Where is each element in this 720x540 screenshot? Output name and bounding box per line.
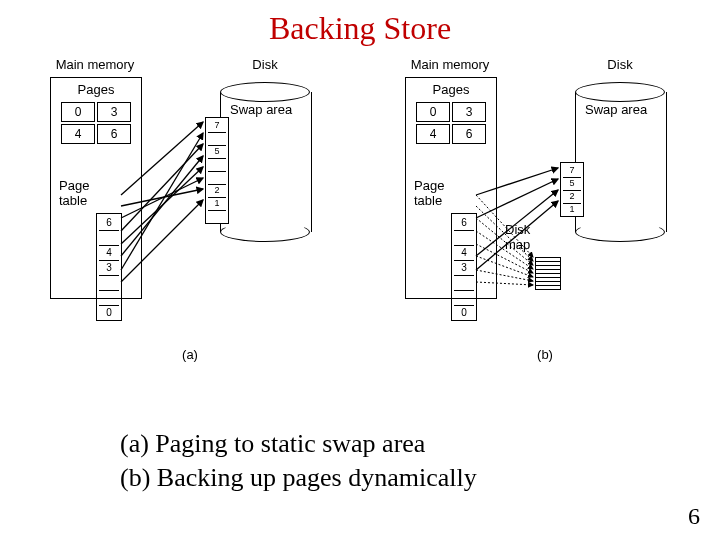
- pages-grid-b: 03 46: [414, 100, 488, 146]
- label-disk-b: Disk: [607, 57, 632, 72]
- sublabel-a: (a): [182, 347, 198, 362]
- main-memory-box: Pages 03 46 Page table 6 4 3 0: [50, 77, 142, 299]
- label-pages: Pages: [78, 82, 115, 97]
- page-table-b: 6 4 3 0: [451, 213, 477, 321]
- swap-table-b: 7 5 2 1: [560, 162, 584, 217]
- captions: (a) Paging to static swap area (b) Backi…: [120, 427, 720, 495]
- label-swap-area-a: Swap area: [230, 102, 292, 117]
- caption-a: (a) Paging to static swap area: [120, 427, 720, 461]
- panel-b: Main memory Disk Pages 03 46 Page table …: [375, 57, 715, 357]
- page-number: 6: [688, 503, 700, 530]
- label-pages-b: Pages: [433, 82, 470, 97]
- disk-map: [535, 257, 561, 290]
- main-memory-box-b: Pages 03 46 Page table 6 4 3 0: [405, 77, 497, 299]
- figure-area: Main memory Disk Pages 03 46 Page table …: [10, 57, 710, 357]
- label-page-table-b: Page table: [414, 178, 444, 208]
- caption-b: (b) Backing up pages dynamically: [120, 461, 720, 495]
- sublabel-b: (b): [537, 347, 553, 362]
- label-disk: Disk: [252, 57, 277, 72]
- slide-title: Backing Store: [0, 10, 720, 47]
- swap-table-a: 7 5 2 1: [205, 117, 229, 224]
- label-page-table: Page table: [59, 178, 89, 208]
- pages-grid: 03 46: [59, 100, 133, 146]
- label-main-memory: Main memory: [56, 57, 135, 72]
- page-table-a: 6 4 3 0: [96, 213, 122, 321]
- label-swap-area-b: Swap area: [585, 102, 647, 117]
- panel-a: Main memory Disk Pages 03 46 Page table …: [20, 57, 360, 357]
- label-main-memory-b: Main memory: [411, 57, 490, 72]
- label-disk-map: Disk map: [505, 222, 530, 252]
